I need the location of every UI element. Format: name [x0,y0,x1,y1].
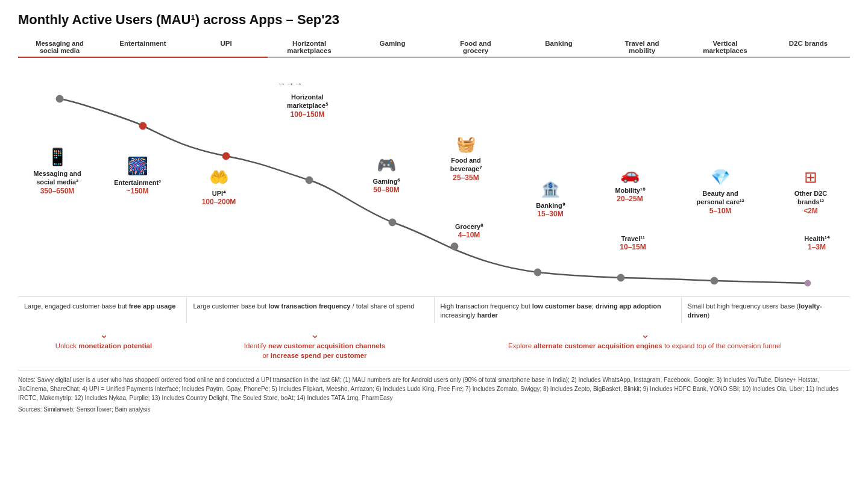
svg-point-9 [805,280,811,286]
data-beauty: 💎 Beauty andpersonal care¹² 5–10M [684,168,756,215]
notes-area: Notes: Savvy digital user is a user who … [18,370,850,414]
notes-text: Notes: Savvy digital user is a user who … [18,375,850,402]
insight-2: ⌄ Identify new customer acquisition chan… [189,325,440,363]
cat-upi: UPI [184,40,268,58]
data-upi: 🤲 UPI⁴ 100–200M [186,168,252,206]
svg-point-4 [389,219,396,226]
desc-food-banking: High transaction frequency but low custo… [435,297,682,323]
insight-1: ⌄ Unlock monetization potential [18,325,189,363]
cat-d2c: D2C brands [767,40,850,58]
svg-point-6 [534,269,541,276]
cat-horizontal: Horizontalmarketplaces [268,40,351,58]
cat-entertainment: Entertainment [101,40,184,58]
bottom-descriptions: Large, engaged customer base but free ap… [18,296,850,323]
svg-point-0 [56,95,63,102]
insight-row: ⌄ Unlock monetization potential ⌄ Identi… [18,325,850,363]
svg-point-2 [222,152,230,160]
page-title: Monthly Active Users (MAU¹) across Apps … [18,12,850,28]
data-entertainment: 🎆 Entertainment³ ~150M [101,156,174,195]
data-health: Health¹⁴ 1–3M [784,234,850,251]
cat-travel: Travel andmobility [600,40,684,58]
data-messaging: 📱 Messaging andsocial media² 350–650M [18,147,96,195]
svg-point-1 [139,122,146,130]
main-chart: →→→ 📱 Messaging andsocial media² 350–650… [18,63,850,292]
desc-vertical-d2c: Small but high frequency users base (loy… [682,297,850,323]
cat-gaming: Gaming [351,40,434,58]
data-food: 🧺 Food andbeverage⁷ 25–35M [433,135,499,182]
svg-point-3 [306,177,313,184]
data-grocery: Grocery⁸ 4–10M [436,222,502,239]
insight-3: ⌄ Explore alternate customer acquisition… [440,325,850,363]
data-mobility: 🚗 Mobility¹⁰ 20–25M [597,165,663,203]
sources-text: Sources: Similarweb; SensorTower; Bain a… [18,405,850,414]
cat-messaging: Messaging andsocial media [18,40,101,58]
data-gaming: 🎮 Gaming⁶ 50–80M [353,156,420,194]
data-banking: 🏦 Banking⁹ 15–30M [517,180,583,218]
cat-banking: Banking [517,40,600,58]
cat-food: Food andgrocery [434,40,517,58]
svg-point-8 [711,277,718,284]
chart-area: Messaging andsocial media Entertainment … [18,40,850,363]
desc-upi-horizontal: Large customer base but low transaction … [187,297,434,323]
data-horizontal: Horizontalmarketplace⁵ 100–150M [268,93,347,119]
data-travel: Travel¹¹ 10–15M [600,234,666,251]
svg-point-5 [451,243,458,250]
svg-point-7 [617,274,624,281]
data-d2c: ⊞ Other D2Cbrands¹³ <2M [775,168,847,215]
cat-vertical: Verticalmarketplaces [684,40,767,58]
desc-messaging: Large, engaged customer base but free ap… [18,297,187,323]
category-headers: Messaging andsocial media Entertainment … [18,40,850,58]
svg-text:→→→: →→→ [277,79,303,89]
